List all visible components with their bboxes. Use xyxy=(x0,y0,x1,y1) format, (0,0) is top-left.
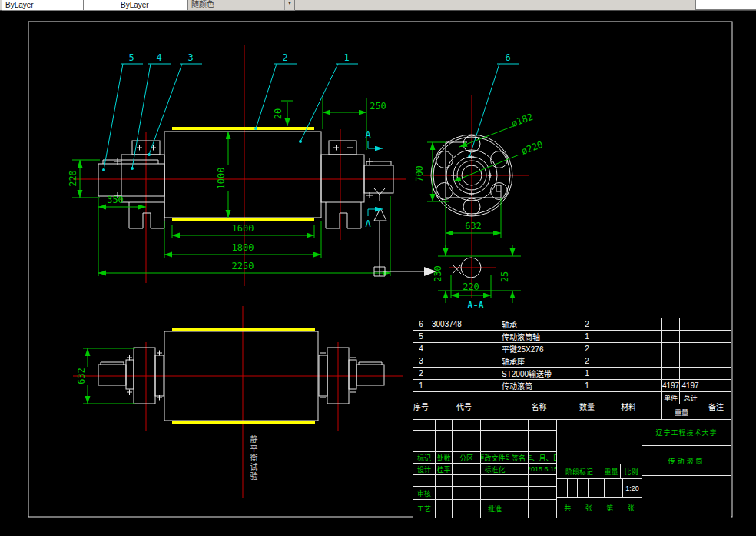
label-scale: 比例 xyxy=(621,464,642,478)
bom-single xyxy=(662,331,679,342)
bom-remark xyxy=(701,331,731,342)
bom-total xyxy=(680,355,701,367)
front-view-dimensions: 250 20 1000 220 350 1600 1800 2250 xyxy=(68,98,390,276)
bom-code xyxy=(429,380,499,391)
bom-total xyxy=(680,318,701,330)
section-view: 230 25 220 A-A xyxy=(374,245,521,311)
toolbar-control-partial[interactable] xyxy=(695,0,756,10)
label-process: 工艺 xyxy=(413,500,435,518)
dim-350: 350 xyxy=(107,195,124,205)
bom-remark xyxy=(701,318,731,330)
parts-list-table: 6 3003748 轴承 2 5 传动滚筒轴 1 4 平键25X276 2 3 … xyxy=(413,318,731,421)
part-name: 传动滚筒 xyxy=(642,446,731,475)
label-date: 年、月、日 xyxy=(529,452,556,463)
bom-total: 4197 xyxy=(680,380,701,391)
bom-no: 1 xyxy=(413,380,429,391)
label-sign: 签名 xyxy=(509,452,528,463)
bom-remark xyxy=(701,380,731,391)
bom-qty: 2 xyxy=(579,318,595,330)
bom-qty: 1 xyxy=(579,380,595,391)
color-control-value: ByLayer xyxy=(5,1,34,9)
bom-single xyxy=(662,318,679,330)
bom-material xyxy=(595,331,662,342)
bom-single xyxy=(662,368,679,379)
sheet-gong: 共 xyxy=(564,503,571,513)
bom-code xyxy=(429,355,499,367)
dim-632-end: 632 xyxy=(465,221,482,231)
bom-header-total: 总计 xyxy=(680,392,701,404)
balloon-2: 2 xyxy=(282,52,287,63)
bom-header-weight: 重量 xyxy=(662,404,701,420)
dim-20: 20 xyxy=(273,108,284,119)
bom-code xyxy=(429,331,499,342)
plotstyle-control-value: 随颜色 xyxy=(191,0,214,9)
balloon-3: 3 xyxy=(187,52,193,63)
dim-1600: 1600 xyxy=(232,223,254,234)
bom-remark xyxy=(701,368,731,379)
bom-name: 轴承座 xyxy=(499,355,579,367)
title-block-middle: 阶段标记 重量 比例 1:20 共 张 第 张 xyxy=(557,420,642,518)
bom-header-qty: 数量 xyxy=(579,392,595,420)
dim-250: 250 xyxy=(370,101,386,112)
bom-code xyxy=(429,368,499,379)
bom-no: 4 xyxy=(413,343,429,355)
bom-material xyxy=(595,368,662,379)
sheet-zhang1: 张 xyxy=(585,503,592,513)
label-review: 审核 xyxy=(413,487,435,499)
bom-total xyxy=(680,331,701,342)
bom-header-single: 单件 xyxy=(662,392,679,404)
bom-code xyxy=(429,343,499,355)
bom-single: 4197 xyxy=(662,380,679,391)
sheet-row: 共 张 第 张 xyxy=(557,498,642,518)
toolbar: ByLayer ▼ ByLayer ▼ 随颜色 ▼ xyxy=(0,0,756,11)
dim-230: 230 xyxy=(433,265,443,282)
linetype-control-value: ByLayer xyxy=(121,1,149,9)
scale-value: 1:20 xyxy=(623,479,642,497)
bom-remark xyxy=(701,343,731,355)
dim-632-bottom: 632 xyxy=(76,368,87,385)
dim-dia220: ø220 xyxy=(520,139,545,157)
balloon-1: 1 xyxy=(343,52,349,63)
sheet-zhang2: 张 xyxy=(628,503,635,513)
bom-qty: 1 xyxy=(579,331,595,342)
dim-1000: 1000 xyxy=(216,168,227,190)
section-marker-a-top: A xyxy=(365,129,371,140)
section-label: A-A xyxy=(467,300,484,311)
chevron-down-icon[interactable]: ▼ xyxy=(284,0,294,10)
bom-header-name: 名称 xyxy=(499,392,579,420)
date-value: 2015.6.15 xyxy=(529,464,556,474)
title-block-right: 辽宁工程技术大学 传动滚筒 xyxy=(642,420,731,518)
dim-700: 700 xyxy=(414,165,425,182)
bom-no: 6 xyxy=(413,318,429,330)
sheet-di: 第 xyxy=(606,503,613,513)
bom-name: 传动滚筒轴 xyxy=(499,331,579,342)
bom-name: ST2000输送带 xyxy=(499,368,579,379)
dim-220-left: 220 xyxy=(68,170,78,187)
label-standard: 标准化 xyxy=(481,464,509,474)
bom-single xyxy=(662,343,679,355)
bom-no: 2 xyxy=(413,368,429,379)
bom-qty: 2 xyxy=(579,355,595,367)
label-weight: 重量 xyxy=(602,464,620,478)
dim-2250: 2250 xyxy=(232,261,254,271)
label-approve: 批准 xyxy=(481,500,509,518)
color-control-dropdown[interactable]: ByLayer ▼ xyxy=(2,0,94,11)
bom-name: 平键25X276 xyxy=(499,343,579,355)
balance-note: 静平衡试验 xyxy=(247,435,259,481)
bom-no: 3 xyxy=(413,355,429,367)
bom-header-no: 序号 xyxy=(413,392,429,420)
label-doc: 更改文件号 xyxy=(481,452,509,463)
balloon-4: 4 xyxy=(156,52,161,63)
bom-header-code: 代号 xyxy=(429,392,499,420)
bom-qty: 2 xyxy=(579,343,595,355)
plotstyle-control-dropdown[interactable]: 随颜色 ▼ xyxy=(187,0,295,11)
bom-header-material: 材料 xyxy=(595,392,662,420)
bom-name: 轴承 xyxy=(499,318,579,330)
label-count: 处数 xyxy=(436,452,452,463)
balloon-6: 6 xyxy=(505,52,510,63)
section-marker-a-bottom: A xyxy=(365,218,371,229)
bottom-view: 632 xyxy=(73,306,403,498)
bom-material xyxy=(595,318,662,330)
bom-total xyxy=(680,343,701,355)
designer-name: 桂平 xyxy=(436,464,452,474)
